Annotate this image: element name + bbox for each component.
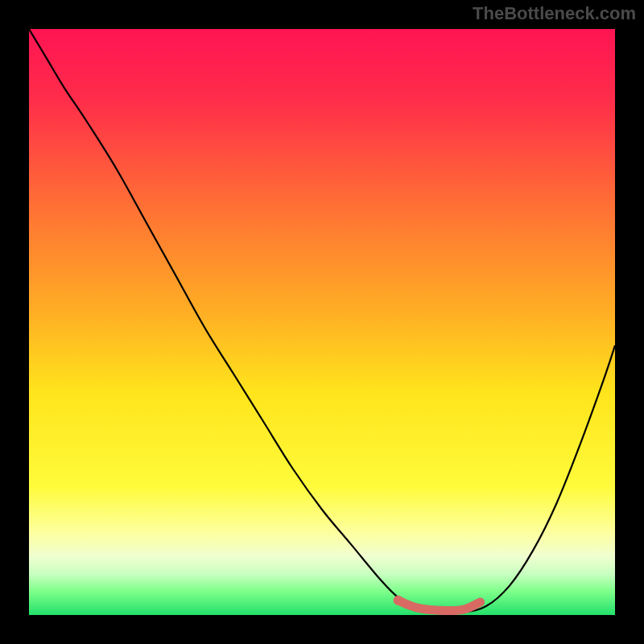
optimal-range-start-dot — [394, 596, 403, 605]
watermark-text: TheBottleneck.com — [473, 3, 636, 24]
chart-curve-layer — [29, 29, 615, 615]
optimal-range-marker — [398, 601, 481, 611]
bottleneck-curve — [29, 29, 615, 613]
chart-plot-area — [29, 29, 615, 615]
